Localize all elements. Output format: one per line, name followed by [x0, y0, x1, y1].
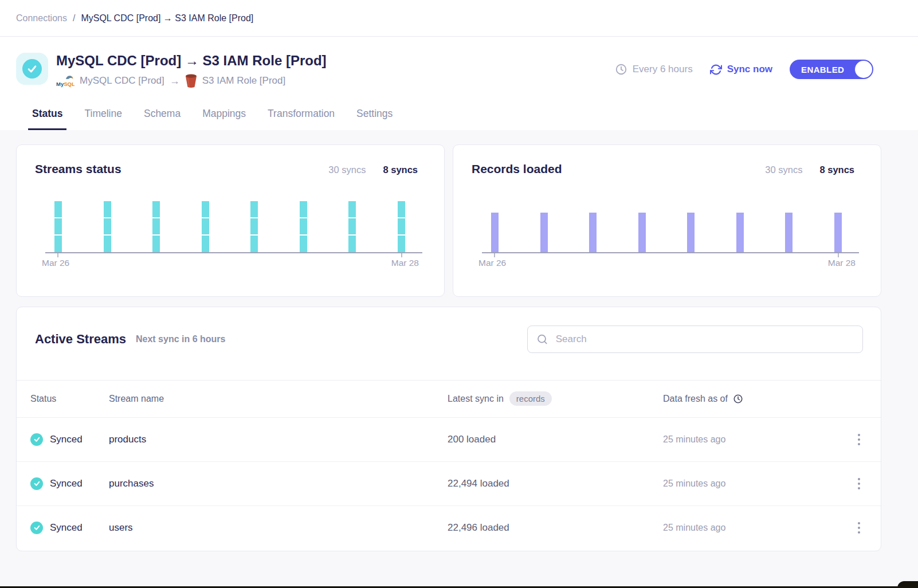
stream-search: [527, 326, 863, 353]
sync-bar[interactable]: [589, 213, 597, 252]
sync-bar[interactable]: [54, 201, 62, 252]
sync-bar[interactable]: [300, 201, 307, 252]
x-axis-tick-right: [401, 253, 402, 257]
status-page-content: Streams status 30 syncs 8 syncs Mar 26 M…: [0, 130, 918, 581]
sync-now-button[interactable]: Sync now: [710, 64, 772, 76]
stream-row[interactable]: Synced users 22,496 loaded 25 minutes ag…: [17, 505, 881, 550]
stream-segment: [250, 201, 258, 217]
stream-segment: [348, 218, 356, 234]
column-status: Status: [30, 394, 109, 404]
stream-status-label: Synced: [50, 478, 83, 489]
records-legend-8-syncs[interactable]: 8 syncs: [819, 164, 854, 175]
connection-status-avatar: [16, 53, 48, 85]
tab-schema[interactable]: Schema: [140, 108, 185, 130]
sync-bar[interactable]: [202, 201, 209, 252]
connection-header: MySQL CDC [Prod] → S3 IAM Role [Prod] My…: [0, 37, 918, 130]
success-check-icon: [22, 59, 42, 79]
enabled-toggle[interactable]: ENABLED: [790, 60, 873, 79]
x-axis-label-left: Mar 26: [42, 258, 69, 268]
x-axis: [45, 252, 422, 253]
breadcrumb-current: MySQL CDC [Prod] → S3 IAM Role [Prod]: [81, 13, 253, 23]
mysql-logo-icon: MySQL: [56, 74, 74, 88]
sync-bar[interactable]: [491, 213, 499, 252]
stream-segment: [104, 201, 111, 217]
row-menu-button[interactable]: [851, 520, 867, 536]
data-fresh-value: 25 minutes ago: [663, 479, 839, 489]
synced-check-icon: [30, 477, 43, 490]
stream-segment: [152, 218, 160, 234]
stream-segment: [104, 218, 111, 234]
column-data-fresh: Data fresh as of: [663, 394, 728, 404]
sync-bar[interactable]: [687, 213, 695, 252]
streams-legend-30-syncs[interactable]: 30 syncs: [328, 164, 366, 175]
tab-mappings[interactable]: Mappings: [198, 108, 250, 130]
records-loaded-value: 22,496 loaded: [448, 522, 663, 534]
column-latest-sync: Latest sync in: [448, 394, 504, 404]
sync-bar[interactable]: [785, 213, 793, 252]
stream-segment: [152, 236, 160, 252]
stream-segment: [348, 236, 356, 252]
synced-check-icon: [30, 522, 43, 534]
streams-bars: [54, 201, 405, 252]
stream-segment: [250, 218, 258, 234]
x-axis: [482, 252, 859, 253]
row-menu-button[interactable]: [851, 432, 867, 448]
x-axis-tick-left: [494, 253, 495, 257]
stream-segment: [202, 236, 209, 252]
stream-segment: [152, 201, 160, 217]
schedule-label: Every 6 hours: [633, 64, 693, 75]
stream-segment: [300, 218, 307, 234]
sync-bar[interactable]: [540, 213, 548, 252]
clock-icon: [733, 394, 743, 404]
synced-check-icon: [30, 433, 43, 446]
row-menu-button[interactable]: [851, 476, 867, 492]
bottom-corner-widget: [897, 581, 918, 588]
stream-segment: [398, 218, 405, 234]
stream-segment: [398, 201, 405, 217]
x-axis-tick-left: [57, 253, 58, 257]
records-loaded-value: 22,494 loaded: [448, 478, 663, 489]
sync-bar[interactable]: [250, 201, 258, 252]
sync-bar[interactable]: [104, 201, 111, 252]
stream-segment: [202, 218, 209, 234]
data-fresh-value: 25 minutes ago: [663, 523, 839, 533]
search-input[interactable]: [555, 333, 854, 346]
breadcrumb-separator: /: [73, 13, 75, 23]
svg-text:MySQL: MySQL: [56, 81, 74, 87]
sync-bar[interactable]: [348, 201, 356, 252]
stream-segment: [300, 236, 307, 252]
breadcrumb-connections-link[interactable]: Connections: [16, 13, 67, 23]
records-loaded-value: 200 loaded: [448, 434, 663, 445]
stream-segment: [250, 236, 258, 252]
sync-schedule: Every 6 hours: [615, 63, 693, 76]
sync-bar[interactable]: [736, 213, 744, 252]
tab-status[interactable]: Status: [28, 108, 66, 130]
tab-transformation[interactable]: Transformation: [264, 108, 339, 130]
sync-now-label: Sync now: [727, 64, 772, 75]
sync-bar[interactable]: [638, 213, 646, 252]
records-loaded-card: Records loaded 30 syncs 8 syncs Mar 26 M…: [453, 144, 881, 297]
refresh-icon: [710, 64, 722, 76]
page-title: MySQL CDC [Prod] → S3 IAM Role [Prod]: [56, 53, 327, 69]
sync-bar[interactable]: [834, 213, 842, 252]
next-sync-label: Next sync in 6 hours: [136, 334, 226, 344]
x-axis-label-right: Mar 28: [391, 258, 419, 268]
tab-timeline[interactable]: Timeline: [80, 108, 125, 130]
sync-bar[interactable]: [398, 201, 405, 252]
source-name: MySQL CDC [Prod]: [80, 75, 164, 87]
tab-settings[interactable]: Settings: [352, 108, 397, 130]
stream-status-label: Synced: [50, 434, 83, 445]
stream-row[interactable]: Synced products 200 loaded 25 minutes ag…: [17, 417, 881, 461]
stream-row[interactable]: Synced purchases 22,494 loaded 25 minute…: [17, 461, 881, 505]
records-unit-toggle[interactable]: records: [509, 391, 552, 406]
records-loaded-title: Records loaded: [472, 162, 562, 176]
enabled-toggle-label: ENABLED: [801, 65, 844, 75]
stream-segment: [348, 201, 356, 217]
sync-bar[interactable]: [152, 201, 160, 252]
stream-segment: [300, 201, 307, 217]
streams-legend-8-syncs[interactable]: 8 syncs: [383, 164, 418, 175]
stream-segment: [398, 236, 405, 252]
breadcrumb: Connections / MySQL CDC [Prod] → S3 IAM …: [0, 0, 918, 37]
records-legend-30-syncs[interactable]: 30 syncs: [765, 164, 802, 175]
stream-segment: [202, 201, 209, 217]
